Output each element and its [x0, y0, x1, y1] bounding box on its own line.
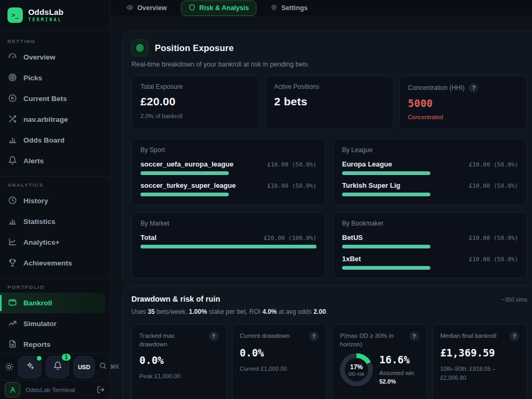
- sidebar-item-history[interactable]: History: [0, 190, 105, 211]
- target-icon: [131, 39, 148, 56]
- app-window: >_ OddsLab TERMINAL BETTING Overview Pic…: [0, 0, 532, 399]
- sidebar-item-reports[interactable]: Reports: [0, 334, 105, 355]
- sidebar-divider: [0, 176, 110, 177]
- breakdown-row: soccer_uefa_europa_league£10.00 (50.0%): [140, 160, 317, 175]
- sidebar-item-picks[interactable]: Picks: [0, 68, 105, 88]
- by-bookmaker-card: By Bookmaker BetUS£10.00 (50.0%) 1xBet£1…: [333, 212, 527, 278]
- sparkles-button[interactable]: [18, 356, 41, 378]
- eye-icon: [126, 4, 134, 13]
- stat-sub: Current £1,000.00: [240, 364, 319, 373]
- target-icon: [8, 73, 17, 84]
- top-tabbar: Overview Risk & Analysis Settings: [110, 0, 532, 16]
- exposure-bar: [140, 245, 317, 248]
- sidebar-item-bankroll[interactable]: Bankroll: [0, 293, 105, 313]
- sidebar-nav: BETTING Overview Picks Current Bets nav.…: [0, 31, 110, 355]
- sidebar-item-label: Analytics+: [23, 238, 60, 246]
- tab-overview[interactable]: Overview: [126, 4, 167, 13]
- tab-label: Risk & Analysis: [200, 4, 249, 12]
- gear-icon: [270, 4, 278, 13]
- section-label-analytics: ANALYTICS: [7, 182, 110, 188]
- dd-risk-donut: 17% DD risk: [340, 353, 373, 386]
- currency-button[interactable]: USD: [73, 356, 95, 378]
- sidebar-item-alerts[interactable]: Alerts: [0, 151, 105, 171]
- sidebar-divider: [0, 278, 110, 279]
- trending-up-icon: [8, 319, 17, 329]
- breakdown-row: 1xBet£10.00 (50.0%): [342, 255, 518, 270]
- help-icon[interactable]: ?: [209, 331, 219, 341]
- status-badge: Concentrated: [408, 114, 518, 120]
- sidebar-item-label: Reports: [23, 340, 51, 348]
- breakdown-row: soccer_turkey_super_league£10.00 (50.0%): [140, 181, 317, 196]
- current-drawdown-card: Current drawdown ? 0.0% Current £1,000.0…: [232, 324, 327, 399]
- sidebar-item-simulator[interactable]: Simulator: [0, 313, 105, 334]
- breakdown-label: By Sport: [140, 146, 317, 154]
- panel-subtitle: Real-time breakdown of your bankroll at …: [131, 61, 527, 68]
- tab-risk-analysis[interactable]: Risk & Analysis: [181, 1, 256, 16]
- exposure-bar: [342, 193, 430, 196]
- panel-title: Drawdown & risk of ruin: [131, 295, 220, 303]
- active-positions-card: Active Positions 2 bets: [265, 76, 393, 129]
- brand-subtitle: TERMINAL: [28, 18, 63, 22]
- stat-sub: Peak £1,000.00: [139, 372, 219, 381]
- by-sport-card: By Sport soccer_uefa_europa_league£10.00…: [131, 139, 326, 205]
- stat-label: Concentration (HHI) ?: [408, 83, 518, 93]
- stat-sub: 2.0% of bankroll: [140, 113, 251, 119]
- sidebar-item-current-bets[interactable]: Current Bets: [0, 88, 105, 109]
- tracked-max-drawdown-card: Tracked max drawdown ? 0.0% Peak £1,000.…: [131, 324, 227, 399]
- section-label-betting: BETTING: [7, 38, 110, 44]
- drawdown-cards: Tracked max drawdown ? 0.0% Peak £1,000.…: [131, 324, 527, 399]
- help-icon[interactable]: ?: [469, 83, 478, 93]
- breakdown-row: Europa League£10.00 (50.0%): [342, 160, 518, 175]
- shield-icon: [188, 4, 196, 13]
- brand-name: OddsLab: [28, 8, 63, 17]
- sidebar: >_ OddsLab TERMINAL BETTING Overview Pic…: [0, 0, 110, 399]
- help-icon[interactable]: ?: [510, 331, 519, 341]
- bell-icon: [8, 156, 17, 167]
- avatar[interactable]: [5, 382, 20, 397]
- sidebar-toolbar: 1 USD ⌘K: [0, 353, 110, 380]
- sidebar-item-achievements[interactable]: Achievements: [0, 253, 105, 273]
- sidebar-item-label: Current Bets: [23, 95, 67, 103]
- panel-subtitle: Uses 35 bets/week, 1.00% stake per bet, …: [131, 308, 527, 315]
- bell-icon: [53, 361, 62, 372]
- sidebar-item-overview[interactable]: Overview: [0, 47, 105, 68]
- exposure-bar: [140, 193, 229, 196]
- terminal-logo-icon: >_: [7, 7, 23, 23]
- stat-label: Active Positions: [274, 83, 384, 90]
- sidebar-item-label: Odds Board: [23, 136, 64, 144]
- sidebar-item-label: Alerts: [23, 157, 44, 165]
- trophy-icon: [8, 258, 17, 269]
- tab-label: Settings: [281, 4, 307, 12]
- stat-value: 0.0%: [240, 347, 319, 359]
- breakdown-row: Turkish Super Lig£10.00 (50.0%): [342, 181, 518, 196]
- sidebar-item-arbitrage[interactable]: nav.arbitrage: [0, 109, 105, 130]
- breakdown-row: BetUS£10.00 (50.0%): [342, 234, 518, 248]
- sidebar-item-label: Statistics: [23, 218, 55, 226]
- sidebar-item-odds-board[interactable]: Odds Board: [0, 130, 105, 151]
- line-chart-icon: [8, 237, 17, 248]
- help-icon[interactable]: ?: [309, 331, 319, 341]
- exposure-bar: [140, 171, 229, 175]
- stat-value: 0.0%: [139, 354, 219, 366]
- concentration-card: Concentration (HHI) ? 5000 Concentrated: [399, 76, 527, 129]
- tab-settings[interactable]: Settings: [270, 4, 307, 13]
- user-row: OddsLab Terminal: [0, 380, 110, 399]
- section-label-portfolio: PORTFOLIO: [7, 284, 110, 290]
- exposure-stats: Total Exposure £20.00 2.0% of bankroll A…: [131, 76, 527, 129]
- panel-title: Position Exposure: [155, 43, 234, 53]
- sidebar-item-statistics[interactable]: Statistics: [0, 211, 105, 232]
- alerts-bell-button[interactable]: 1: [46, 356, 69, 378]
- search-trigger[interactable]: ⌘K: [99, 362, 122, 372]
- stat-value: 2 bets: [274, 95, 384, 108]
- exposure-breakdowns: By Sport soccer_uefa_europa_league£10.00…: [131, 139, 527, 278]
- file-text-icon: [8, 339, 17, 350]
- sidebar-item-analytics-plus[interactable]: Analytics+: [0, 232, 105, 253]
- sparkles-icon: [26, 361, 35, 372]
- help-icon[interactable]: ?: [410, 331, 419, 341]
- search-shortcut: ⌘K: [110, 364, 119, 370]
- logout-icon[interactable]: [97, 386, 105, 394]
- shuffle-icon: [8, 114, 17, 125]
- theme-sun-icon[interactable]: [5, 362, 14, 371]
- dd-risk-card: P(max DD ≥ 30% in horizon) ? 17% DD risk…: [332, 324, 427, 399]
- sidebar-item-label: History: [23, 197, 48, 205]
